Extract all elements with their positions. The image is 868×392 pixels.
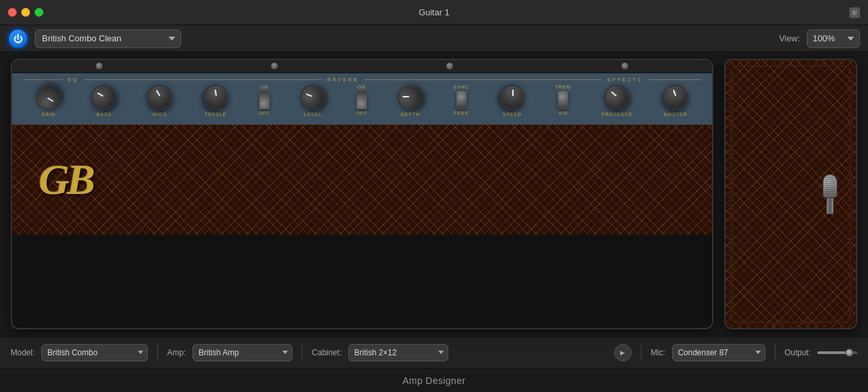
sync-label: SYNC [454, 85, 469, 89]
bass-knob-group: BASS [91, 85, 117, 117]
divider-3 [641, 344, 642, 361]
treble-knob-group: TREBLE [203, 85, 228, 117]
cabinet-grille [725, 60, 856, 328]
speed-knob-group: SPEED [500, 85, 525, 117]
treble-label: TREBLE [205, 112, 226, 117]
strap-bolt-1 [95, 62, 103, 70]
mic-body [827, 198, 833, 214]
grille-pattern [12, 125, 712, 235]
mids-knob[interactable] [147, 85, 173, 110]
window-title: Guitar 1 [418, 7, 449, 17]
reverb-on-label: ON [260, 85, 269, 89]
minimize-button[interactable] [21, 8, 30, 17]
app-label: Amp Designer [402, 375, 466, 386]
divider-2 [302, 344, 302, 361]
level-knob[interactable] [295, 79, 331, 115]
sync-toggle-group: SYNC FREE [454, 85, 469, 115]
expand-button[interactable]: ⊞ [849, 7, 860, 18]
power-icon: ⏻ [13, 33, 23, 44]
vib-label: VIB [558, 111, 568, 115]
chorus-toggle-group: ON OFF [356, 85, 368, 115]
cabinet-dropdown[interactable]: British 2×12 [348, 344, 448, 361]
cabinet-container [724, 59, 857, 329]
depth-label: DEPTH [401, 112, 420, 117]
trem-toggle[interactable] [558, 91, 568, 109]
amp-top-strap [12, 60, 712, 73]
close-button[interactable] [8, 8, 17, 17]
gain-label: GAIN [41, 112, 55, 117]
mic-dropdown[interactable]: Condenser 87 [672, 344, 765, 361]
output-slider[interactable] [817, 351, 857, 354]
trem-toggle-group: TREM VIB [556, 85, 572, 115]
model-label: Model: [11, 348, 35, 357]
bottom-bar: Model: British Combo Amp: British Amp Ca… [0, 336, 868, 368]
presence-knob[interactable] [601, 81, 634, 114]
reverb-toggle-group: ON OFF [258, 85, 270, 115]
mic-label: Mic: [651, 348, 665, 357]
titlebar: Guitar 1 ⊞ [0, 0, 868, 25]
output-slider-fill [817, 351, 847, 354]
strap-bolt-3 [446, 62, 454, 70]
chorus-toggle[interactable] [356, 91, 367, 109]
microphone [823, 174, 837, 214]
reverb-toggle[interactable] [259, 91, 270, 109]
mids-knob-group: MIDS [147, 85, 173, 117]
maximize-button[interactable] [35, 8, 43, 17]
amp-grille: GB [12, 125, 712, 235]
divider-1 [157, 344, 158, 361]
divider-4 [775, 344, 775, 361]
treble-knob[interactable] [199, 81, 232, 114]
depth-knob-group: DEPTH [398, 85, 423, 117]
chorus-off-label: OFF [356, 111, 368, 115]
strap-bolt-2 [270, 62, 278, 70]
model-dropdown[interactable]: British Combo [41, 344, 148, 361]
depth-knob[interactable] [393, 80, 428, 115]
master-knob[interactable] [661, 83, 690, 112]
controls-panel: EQ REVERB EFFECTS GAIN BASS [12, 73, 712, 125]
mids-label: MIDS [153, 112, 167, 117]
preset-dropdown[interactable]: British Combo Clean [35, 29, 181, 48]
window-controls [8, 8, 43, 17]
amp-logo: GB [39, 155, 93, 205]
titlebar-right: ⊞ [849, 7, 860, 18]
speed-knob[interactable] [495, 80, 530, 115]
presence-knob-group: PRESENCE [602, 85, 633, 117]
view-dropdown[interactable]: 100% [807, 29, 860, 48]
app-label-bar: Amp Designer [0, 368, 868, 392]
reverb-off-label: OFF [258, 111, 270, 115]
power-button[interactable]: ⏻ [8, 29, 28, 49]
gain-knob-group: GAIN [36, 85, 61, 117]
view-label: View: [779, 33, 800, 43]
level-label: LEVEL [304, 112, 322, 117]
effects-section-label: EFFECTS [608, 77, 643, 82]
cabinet-label: Cabinet: [312, 348, 342, 357]
toolbar: ⏻ British Combo Clean View: 100% [0, 25, 868, 52]
main-area: EQ REVERB EFFECTS GAIN BASS [0, 52, 868, 336]
bass-knob[interactable] [87, 80, 121, 115]
mic-head [823, 174, 837, 198]
bass-label: BASS [97, 112, 112, 117]
gain-knob[interactable] [31, 80, 66, 115]
amp-container: EQ REVERB EFFECTS GAIN BASS [11, 59, 713, 329]
speed-label: SPEED [503, 112, 522, 117]
amp-label: Amp: [167, 348, 186, 357]
output-slider-thumb [845, 349, 853, 357]
level-knob-group: LEVEL [300, 85, 326, 117]
eq-section-label: EQ [68, 77, 79, 82]
trem-label: TREM [556, 85, 572, 89]
play-button[interactable]: ▶ [614, 344, 632, 361]
free-label: FREE [454, 111, 469, 115]
output-label: Output: [785, 348, 811, 357]
master-label: MASTER [664, 112, 687, 117]
reverb-section-label: REVERB [328, 77, 359, 82]
amp-dropdown[interactable]: British Amp [193, 344, 292, 361]
chorus-on-label: ON [358, 85, 366, 89]
strap-bolt-4 [621, 62, 629, 70]
master-knob-group: MASTER [663, 85, 688, 117]
sync-toggle[interactable] [456, 91, 467, 109]
presence-label: PRESENCE [602, 112, 633, 117]
play-icon: ▶ [620, 349, 625, 356]
